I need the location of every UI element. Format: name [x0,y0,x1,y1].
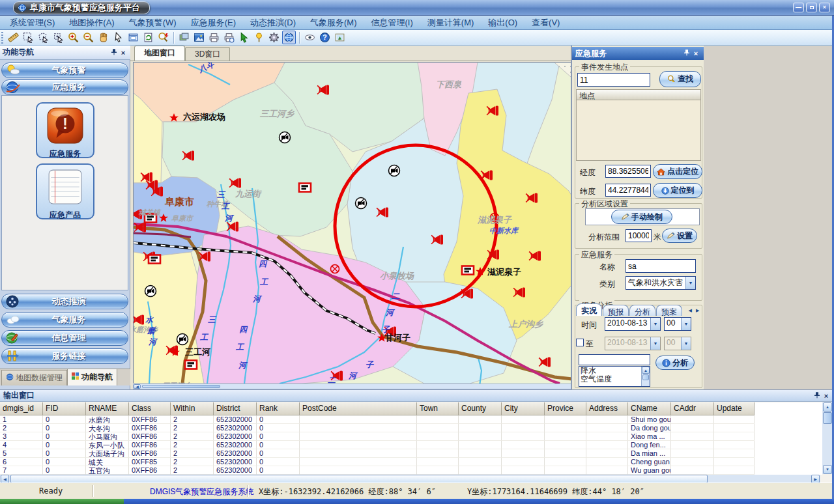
table-row[interactable]: 40东风一小队0XFF8626523020000Dong fen... [0,441,822,449]
column-header-FID[interactable]: FID [43,402,86,415]
column-header-CName[interactable]: CName [628,402,671,415]
sidebar-section-link[interactable]: 服务链接 [1,348,128,364]
column-header-dmgis_id[interactable]: dmgis_id [0,402,43,415]
restore-button[interactable] [806,3,817,12]
table-row[interactable]: 50大面场子沟0XFF8626523020000Da mian ... [0,449,822,458]
table-row[interactable]: 30小马厩沟0XFF8626523020000Xiao ma ... [0,432,822,441]
emergency-product-button[interactable]: 应急产品 [36,163,94,219]
service-name-input[interactable] [626,259,696,273]
menu-item-2[interactable]: 气象预警(W) [122,16,184,30]
zoom-query-button[interactable] [156,31,170,44]
sidebar-section-cloud[interactable]: 气象服务 [1,312,128,328]
analysis-tab-1[interactable]: 预报 [603,305,629,316]
os-taskbar[interactable] [0,499,834,504]
service-type-select[interactable]: 气象和洪水灾害▼ [626,276,696,290]
analysis-tab-2[interactable]: 分析 [629,305,655,316]
zoom-out-tool-button[interactable] [81,31,95,44]
menu-item-0[interactable]: 系统管理(S) [3,16,62,30]
settings-gear-button[interactable] [267,31,281,44]
globe-tool-button[interactable] [282,31,296,44]
zoom-in-tool-button[interactable] [66,31,80,44]
menu-item-9[interactable]: 查看(V) [525,16,567,30]
left-panel-tab-1[interactable]: 功能导航 [67,369,117,385]
output-vertical-scrollbar[interactable]: ▲ ▼ [822,402,833,474]
output-table[interactable]: dmgis_idFIDRNAMEClassWithinDistrictRankP… [0,402,822,475]
measure-ruler-button[interactable] [7,31,20,44]
minimize-button[interactable]: — [793,3,804,12]
help-button[interactable]: ? [318,31,332,44]
scene-image-button[interactable] [333,31,347,44]
menu-item-5[interactable]: 气象服务(M) [303,16,364,30]
analyze-button[interactable]: 分析 [655,356,695,370]
pushpin-button[interactable] [252,31,266,44]
close-button[interactable]: × [819,3,830,12]
element-list[interactable]: 降水空气温度 ▲ [579,366,650,387]
close-icon[interactable]: × [119,48,128,57]
refresh-view-button[interactable] [141,31,155,44]
column-header-Town[interactable]: Town [417,402,459,415]
column-header-District[interactable]: District [214,402,257,415]
column-header-RNAME[interactable]: RNAME [86,402,129,415]
location-list[interactable] [576,100,701,161]
close-icon[interactable]: × [691,49,700,58]
analysis-tab-3[interactable]: 预案 [656,305,682,316]
tab-scroll-buttons[interactable]: ◀▶ [687,306,701,315]
column-header-County[interactable]: County [459,402,502,415]
table-row[interactable]: 60城关0XFF8526523020000Cheng guan [0,458,822,466]
menu-item-6[interactable]: 信息管理(I) [364,16,420,30]
column-header-Update[interactable]: Update [714,402,755,415]
menu-item-4[interactable]: 动态推演(D) [243,16,303,30]
menu-item-1[interactable]: 地图操作(A) [62,16,121,30]
pin-icon[interactable] [109,48,119,57]
table-row[interactable]: 20大冬沟0XFF8626523020000Da dong gou [0,424,822,432]
goto-location-button[interactable]: 定位到 [653,183,702,198]
element-list-item-1[interactable]: 空气温度 [579,375,641,384]
print-button[interactable] [207,31,221,44]
locate-click-button[interactable]: 点击定位 [653,164,702,179]
table-row[interactable]: 10水磨沟0XFF8626523020000Shui mo gou [0,415,822,424]
chevron-down-icon[interactable]: ▼ [685,277,695,289]
column-header-Provice[interactable]: Provice [545,402,586,415]
select-rect-button[interactable] [22,31,35,44]
column-header-PostCode[interactable]: PostCode [300,402,417,415]
to-checkbox[interactable] [576,339,584,346]
close-icon[interactable]: × [822,391,831,400]
analysis-tab-0[interactable]: 实况 [576,303,602,316]
full-extent-button[interactable] [126,31,140,44]
pin-icon[interactable] [812,391,822,400]
column-header-Class[interactable]: Class [129,402,171,415]
hour-select[interactable]: 00▼ [664,317,691,331]
sidebar-section-infoglobe[interactable]: 信息管理 [1,330,128,346]
green-pointer-button[interactable] [237,31,251,44]
sidebar-section-film[interactable]: 动态推演 [1,294,128,309]
pin-icon[interactable] [682,49,691,58]
map-tab-1[interactable]: 3D窗口 [185,47,230,61]
table-row[interactable]: 70五官沟0XFF8626523020000Wu guan gou [0,466,822,475]
column-header-City[interactable]: City [502,402,545,415]
emergency-service-button[interactable]: !应急服务 [36,102,94,158]
map-tab-0[interactable]: 地图窗口 [134,46,185,61]
column-header-Rank[interactable]: Rank [257,402,300,415]
eye-visibility-button[interactable] [303,31,317,44]
manual-draw-button[interactable]: 手动绘制 [611,210,672,224]
date2-select[interactable]: 2010-08-13▼ [605,337,661,350]
select-polygon-button[interactable] [36,31,50,44]
sidebar-section-0[interactable]: 气象预警 [1,63,128,78]
date-select[interactable]: 2010-08-13▼ [605,317,661,331]
select-point-button[interactable] [51,31,65,44]
print-preview-button[interactable] [222,31,236,44]
start-button-edge[interactable] [0,499,124,504]
range-input[interactable] [626,229,652,242]
toolbar-grip[interactable] [1,32,3,44]
column-header-Within[interactable]: Within [171,402,214,415]
pan-hand-button[interactable] [96,31,110,44]
event-location-input[interactable] [577,73,650,87]
latitude-input[interactable] [605,184,651,197]
longitude-input[interactable] [605,165,651,178]
column-header-CAddr[interactable]: CAddr [671,402,714,415]
search-button[interactable]: 查找 [659,71,701,87]
layers-button[interactable] [177,31,191,44]
menu-item-7[interactable]: 测量计算(M) [420,16,482,30]
pointer-button[interactable] [111,31,125,44]
menu-item-3[interactable]: 应急服务(E) [184,16,243,30]
